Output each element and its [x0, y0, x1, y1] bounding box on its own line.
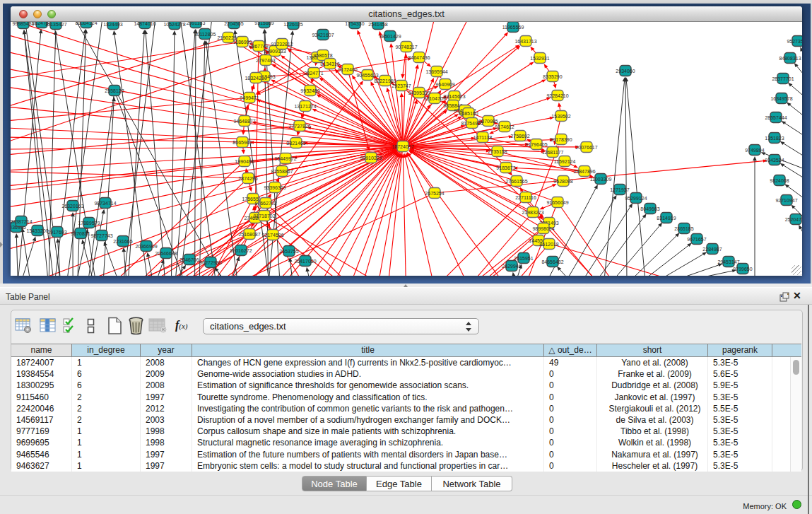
svg-text:2758692: 2758692	[510, 134, 529, 139]
svg-text:98501429: 98501429	[379, 34, 401, 39]
svg-text:2735158: 2735158	[488, 149, 507, 154]
svg-text:2615951: 2615951	[514, 256, 533, 261]
svg-text:27737826: 27737826	[288, 124, 310, 129]
svg-text:28557444: 28557444	[765, 115, 787, 120]
svg-text:93421607: 93421607	[312, 33, 334, 37]
svg-text:2824771: 2824771	[304, 71, 323, 76]
svg-text:93396360: 93396360	[264, 185, 286, 190]
svg-text:8049663: 8049663	[640, 206, 659, 211]
svg-text:89178390: 89178390	[550, 137, 572, 142]
svg-text:8335290: 8335290	[543, 74, 562, 79]
svg-text:16349578: 16349578	[770, 96, 792, 101]
svg-text:1990490: 1990490	[235, 159, 254, 164]
svg-text:92710947: 92710947	[775, 198, 797, 203]
svg-text:84656482: 84656482	[541, 259, 563, 264]
svg-text:2346706: 2346706	[180, 257, 199, 262]
svg-text:2231665: 2231665	[113, 239, 132, 244]
svg-text:1532931: 1532931	[530, 56, 549, 61]
svg-text:98734714: 98734714	[94, 201, 116, 206]
svg-text:92145623: 92145623	[443, 94, 465, 99]
svg-text:1824493: 1824493	[103, 22, 122, 27]
svg-text:2917693: 2917693	[47, 230, 66, 235]
svg-text:91718702: 91718702	[253, 214, 275, 218]
svg-text:8821465: 8821465	[286, 141, 305, 146]
svg-text:15135427: 15135427	[45, 22, 66, 27]
svg-text:8314919: 8314919	[657, 216, 676, 221]
svg-text:9867749: 9867749	[249, 44, 268, 49]
svg-text:14874016: 14874016	[134, 22, 155, 26]
svg-text:8065940: 8065940	[233, 140, 252, 145]
svg-text:2923747: 2923747	[392, 83, 411, 88]
svg-text:91232812: 91232812	[271, 42, 293, 47]
svg-text:96272980: 96272980	[199, 260, 221, 265]
svg-text:91656049: 91656049	[546, 200, 568, 205]
svg-text:2797403: 2797403	[256, 58, 275, 63]
svg-text:2675254: 2675254	[425, 191, 444, 196]
svg-text:84808313: 84808313	[779, 56, 801, 61]
svg-text:1754330: 1754330	[345, 22, 364, 26]
svg-text:25204711: 25204711	[785, 217, 802, 222]
svg-text:9870831: 9870831	[71, 231, 90, 236]
svg-text:20366909: 20366909	[135, 244, 157, 249]
svg-text:88084124: 88084124	[75, 22, 97, 25]
svg-text:2874296: 2874296	[238, 176, 257, 181]
svg-text:9932480: 9932480	[300, 88, 319, 93]
svg-text:1351823: 1351823	[765, 136, 784, 141]
svg-text:9685160: 9685160	[459, 111, 478, 116]
svg-text:9343524: 9343524	[765, 158, 784, 163]
svg-text:98998094: 98998094	[532, 226, 554, 231]
svg-text:9370985: 9370985	[478, 119, 498, 124]
svg-text:13695944: 13695944	[425, 69, 447, 74]
svg-text:22711116: 22711116	[515, 195, 536, 200]
svg-text:1471138: 1471138	[473, 135, 493, 140]
svg-text:2934060: 2934060	[616, 69, 635, 74]
svg-text:8612018: 8612018	[539, 242, 558, 247]
svg-text:9183673: 9183673	[496, 165, 515, 170]
svg-text:89016272: 89016272	[230, 248, 252, 253]
svg-text:90455623: 90455623	[356, 73, 378, 78]
svg-text:97662702: 97662702	[254, 201, 276, 206]
svg-text:9640909: 9640909	[435, 82, 454, 87]
svg-text:80112805: 80112805	[194, 32, 216, 37]
svg-text:26417080: 26417080	[294, 259, 316, 264]
svg-text:2653755: 2653755	[279, 249, 298, 254]
svg-text:9799650: 9799650	[733, 267, 752, 271]
svg-text:11003309: 11003309	[590, 177, 612, 182]
svg-text:8134316: 8134316	[320, 62, 339, 66]
svg-text:9671657: 9671657	[687, 237, 706, 242]
svg-text:20076617: 20076617	[575, 145, 597, 150]
svg-text:1271937: 1271937	[610, 187, 629, 192]
svg-text:28377701: 28377701	[772, 76, 794, 81]
svg-text:2541458: 2541458	[368, 22, 387, 27]
svg-text:9172400: 9172400	[338, 67, 357, 72]
svg-text:27387214: 27387214	[11, 219, 33, 224]
svg-text:98727743: 98727743	[90, 233, 112, 238]
svg-text:90449972: 90449972	[274, 156, 296, 161]
svg-text:1226025: 1226025	[283, 22, 302, 27]
svg-text:10524278: 10524278	[163, 22, 185, 27]
svg-text:29847896: 29847896	[573, 169, 595, 174]
svg-text:2204505: 2204505	[224, 22, 243, 26]
svg-text:9586578: 9586578	[313, 53, 332, 58]
svg-text:9499471: 9499471	[240, 95, 259, 100]
svg-text:99910229: 99910229	[360, 156, 382, 160]
svg-text:92104709: 92104709	[423, 96, 445, 101]
svg-text:90748217: 90748217	[395, 45, 417, 49]
svg-text:2558122: 2558122	[105, 88, 124, 93]
svg-text:92284210: 92284210	[546, 93, 568, 98]
svg-text:17889579: 17889579	[78, 221, 100, 226]
svg-text:18724007: 18724007	[392, 144, 413, 149]
svg-text:18324210: 18324210	[245, 76, 266, 81]
svg-text:94648877: 94648877	[233, 119, 255, 124]
svg-text:82221969: 82221969	[374, 78, 396, 83]
svg-text:12681177: 12681177	[542, 150, 564, 155]
svg-text:92174596: 92174596	[261, 233, 283, 238]
svg-text:27661565: 27661565	[505, 179, 527, 184]
svg-text:2629946: 2629946	[502, 264, 521, 269]
svg-text:2991183: 2991183	[187, 22, 206, 25]
svg-text:91796405: 91796405	[525, 142, 547, 147]
svg-text:94395339: 94395339	[408, 90, 430, 95]
svg-text:99985435: 99985435	[12, 22, 34, 26]
svg-text:84647436: 84647436	[408, 55, 430, 60]
svg-text:25168087: 25168087	[238, 232, 260, 237]
